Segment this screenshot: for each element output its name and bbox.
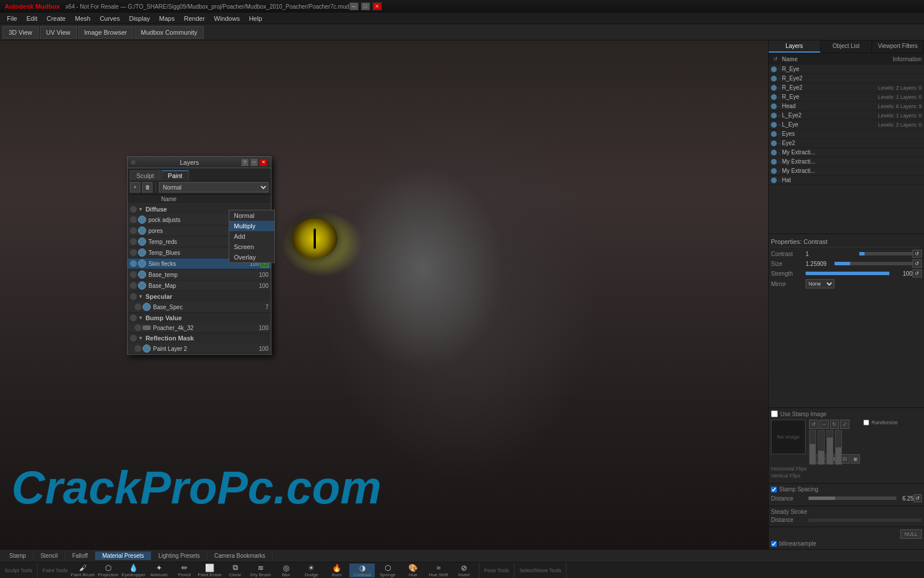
right-layer-head[interactable]: - Head Levels: 6 Layers: 9: [769, 102, 924, 111]
base-spec-vis[interactable]: [135, 303, 141, 310]
delete-layer-button[interactable]: 🗑: [142, 182, 152, 192]
spacing-distance-slider[interactable]: [808, 497, 896, 500]
paint-layer2-vis[interactable]: [135, 345, 141, 352]
strength-reset[interactable]: ↺: [912, 269, 922, 277]
stamp-rotate-left[interactable]: ↺: [809, 420, 818, 429]
tab-object-list[interactable]: Object List: [821, 40, 873, 53]
right-layer-r-eye2b[interactable]: - R_Eye2 Levels: 2 Layers: 0: [769, 83, 924, 92]
steady-distance-slider[interactable]: [808, 518, 922, 522]
tab-stencil[interactable]: Stencil: [33, 551, 65, 560]
right-layer-hat[interactable]: - Hat: [769, 176, 924, 185]
toolbar-imagebrowser[interactable]: Image Browser: [78, 26, 133, 39]
right-layer-extract2[interactable]: - My Extracti...: [769, 157, 924, 166]
panel-titlebar[interactable]: ⊙ Layers ? ─ ✕: [128, 157, 271, 168]
layer-paint-layer2[interactable]: Paint Layer 2 100: [128, 343, 271, 354]
toolbar-community[interactable]: Mudbox Community: [135, 26, 204, 39]
tab-viewport-filters[interactable]: Viewport Filters: [872, 40, 924, 53]
specular-vis[interactable]: [130, 293, 137, 300]
stamp-spacing-checkbox[interactable]: [771, 487, 777, 492]
tab-material-presets[interactable]: Material Presets: [95, 551, 151, 560]
minimize-button[interactable]: ─: [349, 2, 359, 10]
randomize-checkbox[interactable]: [863, 420, 869, 425]
menu-display[interactable]: Display: [124, 14, 154, 23]
diffuse-vis[interactable]: [130, 206, 137, 213]
strength-slider[interactable]: [806, 272, 889, 275]
stamp-image-area[interactable]: No Image: [771, 420, 806, 454]
stamp-flip-v2[interactable]: ⤢: [840, 420, 850, 429]
menu-maps[interactable]: Maps: [155, 14, 180, 23]
toolbar-3dview[interactable]: 3D View: [2, 26, 39, 39]
hue-shift-button[interactable]: ≈ Hue Shift: [426, 564, 451, 577]
layer-base-temp[interactable]: Base_temp 100: [128, 269, 271, 280]
new-layer-button[interactable]: +: [130, 182, 140, 192]
dry-brush-button[interactable]: ≋ Dry Brush: [248, 564, 273, 577]
panel-close-button[interactable]: ✕: [259, 158, 267, 166]
panel-minimize-button[interactable]: ─: [250, 158, 258, 166]
size-reset[interactable]: ↺: [912, 260, 922, 268]
right-layer-extract3[interactable]: - My Extracti...: [769, 166, 924, 176]
layers-list[interactable]: - R_Eye - R_Eye2 - R_Eye2 Levels: 2 Laye…: [769, 65, 924, 234]
skin-flecks-vis[interactable]: [130, 260, 137, 267]
paint-erase-button[interactable]: ⬜ Paint Erase: [197, 564, 222, 577]
tab-layers[interactable]: Layers: [769, 40, 821, 53]
size-value[interactable]: 1.25909: [806, 261, 834, 267]
toolbar-uvview[interactable]: UV View: [40, 26, 77, 39]
panel-help-button[interactable]: ?: [241, 158, 249, 166]
base-map-vis[interactable]: [130, 282, 137, 289]
hue-button[interactable]: 🎨 Hue: [400, 564, 426, 577]
distance-reset[interactable]: ↺: [914, 494, 922, 502]
section-reflection[interactable]: ▼ Reflection Mask: [128, 333, 271, 343]
poacher-vis[interactable]: [135, 324, 141, 331]
pock-vis[interactable]: [130, 216, 137, 223]
blend-add[interactable]: Add: [229, 231, 274, 242]
blur-button[interactable]: ◎ Blur: [273, 564, 299, 577]
menu-render[interactable]: Render: [179, 14, 209, 23]
stamp-slider3[interactable]: [826, 430, 833, 465]
temp-blues-vis[interactable]: [130, 249, 137, 256]
stamp-slider2[interactable]: [818, 430, 825, 465]
menu-create[interactable]: Create: [42, 14, 70, 23]
airbrush-button[interactable]: ✦ Airbrush: [146, 564, 172, 577]
layer-base-spec[interactable]: Base_Spec 7: [128, 302, 271, 313]
layer-poacher[interactable]: Poacher_4k_32 100: [128, 323, 271, 333]
stamp-slider1[interactable]: [809, 430, 816, 465]
tab-falloff[interactable]: Falloff: [65, 551, 95, 560]
tab-stamp[interactable]: Stamp: [2, 551, 33, 560]
clone-button[interactable]: ⧉ Clone: [222, 564, 248, 577]
right-layer-l-eye[interactable]: - L_Eye Levels: 2 Layers: 0: [769, 120, 924, 129]
close-button[interactable]: ✕: [372, 2, 382, 10]
paintbrush-button[interactable]: 🖌 Paint Brush: [70, 564, 95, 577]
tab-camera-bookmarks[interactable]: Camera Bookmarks: [207, 551, 273, 560]
pores-vis[interactable]: [130, 227, 137, 234]
stamp-slider4[interactable]: [835, 430, 842, 465]
size-slider[interactable]: [834, 262, 912, 265]
contrast-reset[interactable]: ↺: [912, 250, 922, 258]
temp-reds-vis[interactable]: [130, 238, 137, 245]
bump-vis[interactable]: [130, 314, 137, 321]
refresh-icon[interactable]: ↺: [771, 54, 780, 64]
right-layer-r-eye-b[interactable]: - R_Eye Levels: 1 Layers: 0: [769, 92, 924, 102]
use-stamp-checkbox[interactable]: [771, 410, 778, 417]
menu-mesh[interactable]: Mesh: [70, 14, 95, 23]
reflection-vis[interactable]: [130, 335, 137, 342]
right-layer-eyes[interactable]: - Eyes: [769, 129, 924, 139]
section-bump[interactable]: ▼ Bump Value: [128, 313, 271, 323]
null-button[interactable]: NULL: [900, 529, 922, 539]
menu-curves[interactable]: Curves: [95, 14, 125, 23]
burn-button[interactable]: 🔥 Burn: [324, 564, 349, 577]
right-layer-l-eye2[interactable]: - L_Eye2 Levels: 1 Layers: 0: [769, 111, 924, 120]
projection-button[interactable]: ⬡ Projection: [95, 564, 121, 577]
right-layer-eye2[interactable]: - Eye2: [769, 139, 924, 148]
stamp-rotate-right[interactable]: ↻: [830, 420, 839, 429]
right-layer-r-eye[interactable]: - R_Eye: [769, 65, 924, 74]
menu-edit[interactable]: Edit: [22, 14, 42, 23]
stamp-btn-e[interactable]: ▣: [851, 454, 860, 464]
tab-paint[interactable]: Paint: [162, 171, 189, 180]
mirror-select[interactable]: None X Y: [806, 279, 834, 288]
invert-button[interactable]: ⊘ Invert: [451, 564, 476, 577]
section-specular[interactable]: ▼ Specular: [128, 291, 271, 302]
right-layer-extract1[interactable]: - My Extracti...: [769, 148, 924, 157]
contrast-button[interactable]: ◑ Contrast: [349, 564, 375, 577]
layer-base-map[interactable]: Base_Map 100: [128, 280, 271, 291]
tab-lighting-presets[interactable]: Lighting Presets: [151, 551, 207, 560]
